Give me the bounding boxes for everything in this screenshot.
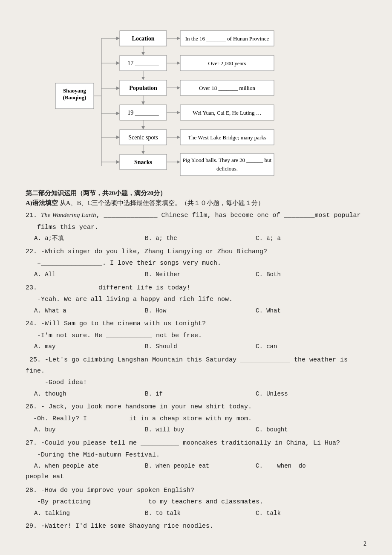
svg-text:Wei Yuan, Cai E, He Luting …: Wei Yuan, Cai E, He Luting … [193, 110, 262, 116]
sectionA-header: A)语法填空 从A、B、C三个选项中选择最佳答案填空。（共１０小题，每小题１分） [26, 199, 366, 207]
svg-marker-44 [177, 111, 180, 114]
options-26: A. buy B. will buy C. bought [34, 425, 366, 435]
svg-marker-7 [116, 37, 120, 40]
svg-marker-19 [177, 61, 180, 65]
svg-marker-40 [116, 112, 120, 115]
svg-text:delicious.: delicious. [216, 165, 238, 172]
svg-text:Over 2,000 years: Over 2,000 years [208, 60, 246, 66]
question-29: 29. -Waiter! I'd like some Shaoyang rice… [26, 521, 366, 532]
svg-marker-37 [141, 101, 145, 105]
question-28: 28. -How do you improve your spoken Engl… [26, 485, 366, 519]
question-21: 21. The Wandering Earth, ______________ … [26, 210, 366, 244]
svg-marker-62 [116, 160, 120, 164]
svg-text:Scenic spots: Scenic spots [128, 134, 158, 141]
svg-text:19 ________: 19 ________ [127, 110, 159, 116]
question-24: 24. -Will Sam go to the cinema with us t… [26, 318, 366, 352]
svg-marker-33 [177, 86, 180, 90]
svg-marker-59 [141, 151, 145, 154]
svg-text:Pig blood balls. They are 20 _: Pig blood balls. They are 20 ______ but [183, 157, 272, 163]
svg-text:Population: Population [129, 85, 157, 91]
svg-text:In the 16 _______ of Hunan Pro: In the 16 _______ of Hunan Province [185, 35, 269, 42]
svg-text:Over 18 _______ million: Over 18 _______ million [199, 85, 255, 91]
options-22: A. All B. Neither C. Both [34, 270, 366, 280]
section2-title: 第二部分知识运用（两节，共20小题，满分20分） [26, 189, 366, 197]
svg-text:Shaoyang: Shaoyang [63, 87, 86, 94]
svg-marker-26 [141, 77, 145, 80]
question-22: 22. -Which singer do you like, Zhang Lia… [26, 246, 366, 280]
diagram-svg: Shaoyang (Baoqing) Location In the 16 __… [51, 21, 341, 179]
question-27: 27. -Could you please tell me __________… [26, 438, 366, 482]
svg-marker-11 [177, 37, 180, 40]
svg-marker-29 [116, 87, 120, 90]
svg-marker-66 [177, 160, 180, 164]
options-27: A. when people ate B. when people eat C.… [34, 461, 366, 471]
svg-text:Snacks: Snacks [134, 159, 153, 165]
svg-text:The West Lake Bridge; many par: The West Lake Bridge; many parks [188, 134, 266, 141]
svg-text:17 ________: 17 ________ [127, 60, 159, 66]
svg-text:Location: Location [132, 35, 155, 42]
svg-marker-48 [141, 126, 145, 130]
options-24: A. may B. Should C. can [34, 342, 366, 352]
svg-marker-51 [116, 136, 120, 139]
page-number: 2 [26, 541, 366, 547]
question-23: 23. – ____________ different life is tod… [26, 283, 366, 316]
diagram-container: Shaoyang (Baoqing) Location In the 16 __… [51, 21, 366, 181]
options-21: A. a;不填 B. a; the C. a; a [34, 234, 366, 244]
options-23: A. What a B. How C. What [34, 306, 366, 316]
question-26: 26. - Jack, you look more handsome in yo… [26, 402, 366, 435]
options-28: A. talking B. to talk C. talk [34, 509, 366, 519]
question-25: 25. -Let's go climbing Langshan Mountain… [26, 355, 366, 399]
options-25: A. though B. if C. Unless [34, 389, 366, 399]
svg-text:(Baoqing): (Baoqing) [63, 94, 86, 101]
svg-marker-55 [177, 136, 180, 139]
svg-marker-24 [116, 61, 120, 65]
svg-marker-15 [141, 52, 145, 55]
